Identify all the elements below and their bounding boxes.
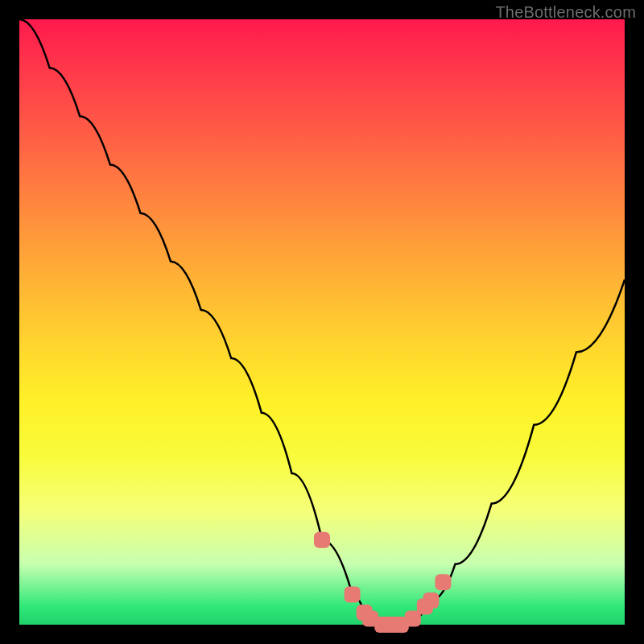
watermark-text: TheBottleneck.com bbox=[495, 3, 636, 22]
highlight-marker bbox=[435, 574, 451, 590]
highlight-marker bbox=[423, 592, 439, 609]
highlight-marker bbox=[345, 586, 361, 602]
highlight-marker bbox=[314, 532, 330, 548]
bottleneck-chart bbox=[0, 0, 644, 644]
